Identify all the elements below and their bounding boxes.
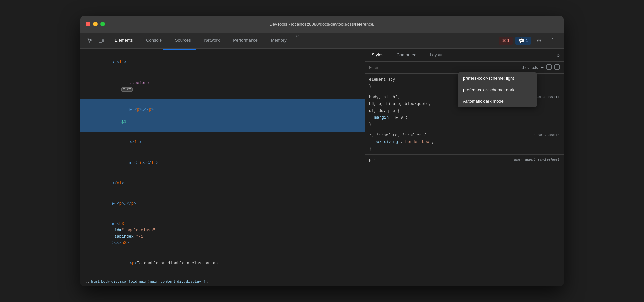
tree-node-close-li[interactable]: </li> <box>80 132 365 153</box>
settings-button[interactable]: ⚙ <box>534 36 544 46</box>
tab-elements[interactable]: Elements <box>108 33 139 48</box>
filter-controls: :hov .cls + <box>522 64 560 71</box>
tree-node-p-text2[interactable]: element:</p> <box>80 274 365 276</box>
styles-tab-computed[interactable]: Computed <box>390 49 423 61</box>
message-count: 1 <box>526 38 528 43</box>
tab-console[interactable]: Console <box>139 33 168 48</box>
panel-top-indicator <box>80 49 365 50</box>
svg-rect-0 <box>99 39 102 43</box>
message-badge-button[interactable]: 💬 1 <box>515 37 531 45</box>
main-tabbar: Elements Console Sources Network Perform… <box>80 33 564 49</box>
close-button[interactable] <box>86 22 90 26</box>
elements-panel: ▾ <li> ::before flex ▶ <p>…</p> == $0 </… <box>80 49 365 286</box>
tabbar-controls <box>83 33 108 48</box>
tree-node-before[interactable]: ::before flex <box>80 73 365 100</box>
tree-node-p-text[interactable]: <p>To enable or disable a class on an <box>80 253 365 274</box>
breadcrumb-html[interactable]: html <box>91 280 100 283</box>
more-options-button[interactable]: ⋮ <box>547 36 558 46</box>
tree-node-li-inner[interactable]: ▶ <li>…</li> <box>80 153 365 173</box>
color-scheme-dropdown: prefers-color-scheme: light prefers-colo… <box>458 72 537 107</box>
main-content: ▾ <li> ::before flex ▶ <p>…</p> == $0 </… <box>80 49 564 286</box>
cls-button[interactable]: .cls <box>532 65 538 70</box>
tree-node-h3-toggle[interactable]: ▶ <h3 id="toggle-class" tabindex="-1" >…… <box>80 214 365 253</box>
device-toolbar-button[interactable] <box>97 36 106 45</box>
maximize-button[interactable] <box>100 22 105 26</box>
add-style-rule-button[interactable]: + <box>541 65 544 71</box>
breadcrumb-end-dots[interactable]: ... <box>207 280 213 283</box>
window-title: DevTools - localhost:8080/docs/devtools/… <box>269 22 374 27</box>
error-icon: ✕ <box>502 38 506 43</box>
hov-button[interactable]: :hov <box>522 65 529 70</box>
error-badge-button[interactable]: ✕ 1 <box>499 37 513 45</box>
flex-badge: flex <box>121 87 133 92</box>
styles-tab-layout[interactable]: Layout <box>423 49 449 61</box>
tab-network[interactable]: Network <box>198 33 227 48</box>
minimize-button[interactable] <box>93 22 98 26</box>
traffic-lights <box>86 22 105 26</box>
styles-tab-styles[interactable]: Styles <box>365 49 390 61</box>
message-icon: 💬 <box>519 38 524 43</box>
styles-more-tabs[interactable]: » <box>553 49 564 61</box>
breadcrumb-body[interactable]: body <box>101 280 110 283</box>
filter-bar: :hov .cls + <box>365 62 564 74</box>
breadcrumb-bar: ... html body div.scaffold main#main-con… <box>80 276 365 286</box>
svg-rect-1 <box>102 40 104 42</box>
breadcrumb-div-scaffold[interactable]: div.scaffold <box>111 280 137 283</box>
main-tabs: Elements Console Sources Network Perform… <box>108 33 301 48</box>
styles-toggle-button[interactable] <box>554 64 560 71</box>
inspect-button[interactable] <box>86 36 94 45</box>
more-tabs-button[interactable]: » <box>293 33 301 48</box>
error-count: 1 <box>507 38 510 43</box>
tab-performance[interactable]: Performance <box>226 33 264 48</box>
styles-panel: Styles Computed Layout » :hov .cls + <box>365 49 564 286</box>
tab-memory[interactable]: Memory <box>264 33 293 48</box>
breadcrumb-div-display[interactable]: div.display-f <box>177 280 206 283</box>
styles-tabbar: Styles Computed Layout » <box>365 49 564 62</box>
filter-input[interactable] <box>369 65 519 70</box>
dom-tree[interactable]: ▾ <li> ::before flex ▶ <p>…</p> == $0 </… <box>80 50 365 276</box>
tabbar-right-controls: ✕ 1 💬 1 ⚙ ⋮ <box>496 33 561 48</box>
styles-inspect-button[interactable] <box>546 64 552 71</box>
universal-rule: _reset.scss:4 *, *::before, *::after { b… <box>365 131 564 154</box>
tree-node-p[interactable]: ▶ <p>…</p> <box>80 194 365 214</box>
breadcrumb-main[interactable]: main#main-content <box>139 280 176 283</box>
dropdown-item-dark[interactable]: prefers-color-scheme: dark <box>458 84 537 95</box>
dropdown-item-auto[interactable]: Automatic dark mode <box>458 95 537 107</box>
tab-sources[interactable]: Sources <box>168 33 198 48</box>
p-rule: user agent stylesheet p { <box>365 155 564 165</box>
dropdown-item-light[interactable]: prefers-color-scheme: light <box>458 72 537 84</box>
devtools-window: DevTools - localhost:8080/docs/devtools/… <box>80 16 564 286</box>
tree-node-li[interactable]: ▾ <li> <box>80 53 365 73</box>
tree-node-close-ol[interactable]: </ol> <box>80 173 365 194</box>
breadcrumb-start-dots[interactable]: ... <box>83 280 90 283</box>
tree-node-p-selected[interactable]: ▶ <p>…</p> == $0 <box>80 99 365 132</box>
titlebar: DevTools - localhost:8080/docs/devtools/… <box>80 16 564 33</box>
